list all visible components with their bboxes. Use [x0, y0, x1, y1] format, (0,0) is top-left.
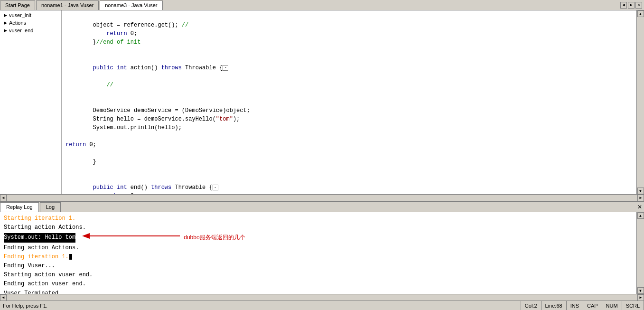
- tab-close-btn[interactable]: ✕: [635, 2, 642, 9]
- log-line-2: Starting action Actions.: [4, 223, 633, 232]
- bottom-panel-close-btn[interactable]: ✕: [637, 204, 644, 210]
- log-h-left-btn[interactable]: ◀: [0, 294, 7, 301]
- tab-noname1[interactable]: noname1 - Java Vuser: [36, 0, 99, 10]
- status-help-text: For Help, press F1.: [0, 303, 521, 309]
- log-line-3-highlighted: System.out: Hello tom: [4, 233, 75, 242]
- main-area: ▶ vuser_init ▶ Actions ▶ vuser_end objec…: [0, 10, 644, 194]
- sidebar: ▶ vuser_init ▶ Actions ▶ vuser_end: [0, 10, 62, 194]
- tab-nav-right: ◀ ▶ ✕: [620, 2, 644, 9]
- status-num: NUM: [602, 301, 622, 310]
- status-scrl: SCRL: [622, 301, 644, 310]
- status-cap: CAP: [583, 301, 602, 310]
- log-line-3: System.out: Hello tom dubb: [4, 232, 633, 243]
- sidebar-item-vuser-init[interactable]: ▶ vuser_init: [0, 11, 61, 19]
- code-content: object = reference.get(); // return 0; }…: [62, 10, 636, 194]
- sidebar-label-actions: Actions: [9, 20, 26, 26]
- annotation-arrow-container: dubbo服务端返回的几个: [85, 232, 245, 243]
- arrow-icon-2: ▶: [4, 20, 7, 25]
- tab-bar: Start Page noname1 - Java Vuser noname3 …: [0, 0, 644, 10]
- editor-scrollbar[interactable]: ▲ ▼: [636, 10, 644, 194]
- tab-replay-log[interactable]: Replay Log: [0, 202, 39, 212]
- log-line-4: Ending action Actions.: [4, 244, 633, 253]
- annotation-text: dubbo服务端返回的几个: [184, 233, 245, 242]
- arrow-svg: [85, 232, 180, 243]
- tab-start-page[interactable]: Start Page: [0, 0, 35, 10]
- sidebar-label-vuser-init: vuser_init: [9, 12, 31, 18]
- collapse-action[interactable]: -: [223, 65, 228, 71]
- log-line-9: Vuser Terminated.: [4, 289, 633, 294]
- collapse-end[interactable]: -: [213, 185, 218, 190]
- sidebar-item-actions[interactable]: ▶ Actions: [0, 19, 61, 27]
- log-h-right-btn[interactable]: ▶: [637, 294, 644, 301]
- log-wrapper: Starting iteration 1. Starting action Ac…: [0, 212, 644, 294]
- log-h-scrollbar[interactable]: ◀ ▶: [0, 294, 644, 301]
- tab-nav-right-btn[interactable]: ▶: [628, 2, 635, 9]
- log-scroll-up-btn[interactable]: ▲: [637, 212, 644, 219]
- log-area: Starting iteration 1. Starting action Ac…: [0, 212, 636, 294]
- sidebar-label-vuser-end: vuser_end: [9, 28, 33, 33]
- status-bar: For Help, press F1. Col:2 Line:68 INS CA…: [0, 301, 644, 310]
- scroll-up-btn[interactable]: ▲: [637, 10, 644, 17]
- editor-area[interactable]: object = reference.get(); // return 0; }…: [62, 10, 636, 194]
- log-scrollbar[interactable]: ▲ ▼: [636, 212, 644, 294]
- tab-nav-left-btn[interactable]: ◀: [620, 2, 627, 9]
- editor-h-scrollbar[interactable]: ◀ ▶: [0, 194, 644, 201]
- log-line-8: Ending action vuser_end.: [4, 280, 633, 289]
- bottom-tab-bar: Replay Log Log ✕: [0, 202, 644, 212]
- log-scroll-down-btn[interactable]: ▼: [637, 287, 644, 294]
- log-line-5: Ending iteration 1.: [4, 253, 633, 262]
- h-scroll-left-btn[interactable]: ◀: [0, 195, 7, 201]
- scroll-down-btn[interactable]: ▼: [637, 188, 644, 194]
- status-line: Line:68: [541, 301, 567, 310]
- arrow-icon-3: ▶: [4, 28, 7, 33]
- log-line-7: Starting action vuser_end.: [4, 271, 633, 280]
- h-scrollbar-track: [7, 195, 637, 201]
- status-ins: INS: [567, 301, 583, 310]
- log-line-1: Starting iteration 1.: [4, 214, 633, 223]
- arrow-icon: ▶: [4, 13, 7, 18]
- h-scroll-right-btn[interactable]: ▶: [637, 195, 644, 201]
- bottom-panel: Replay Log Log ✕ Starting iteration 1. S…: [0, 201, 644, 301]
- log-line-6: Ending Vuser...: [4, 262, 633, 271]
- status-right: Col:2 Line:68 INS CAP NUM SCRL: [521, 301, 644, 310]
- tab-log[interactable]: Log: [40, 202, 61, 212]
- status-col: Col:2: [521, 301, 541, 310]
- sidebar-item-vuser-end[interactable]: ▶ vuser_end: [0, 27, 61, 34]
- tab-noname3[interactable]: noname3 - Java Vuser: [100, 0, 162, 10]
